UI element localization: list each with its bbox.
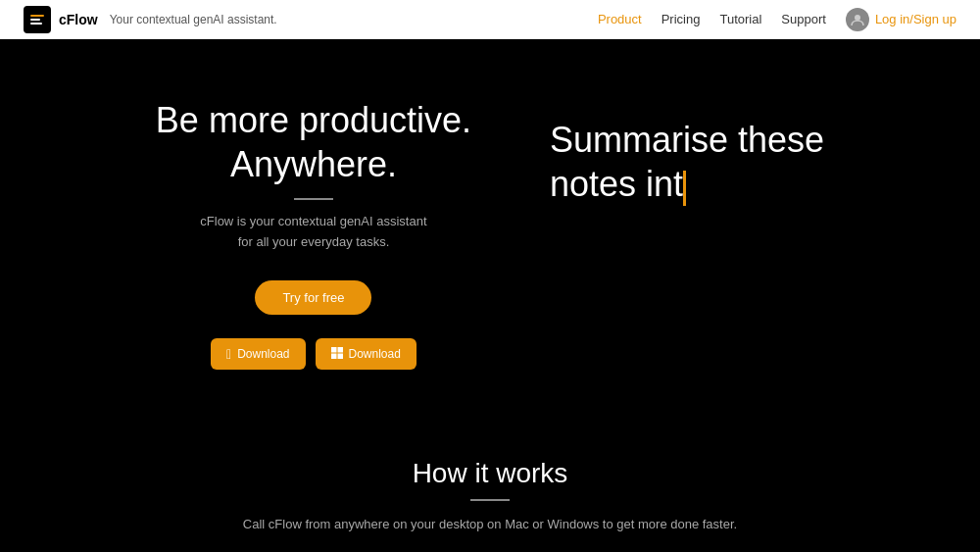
how-subtitle: Call cFlow from anywhere on your desktop… xyxy=(39,517,941,531)
nav-tutorial[interactable]: Tutorial xyxy=(719,12,761,26)
hero-title-line1: Be more productive. xyxy=(156,100,471,140)
navbar: cFlow Your contextual genAI assistant. P… xyxy=(0,0,980,39)
svg-rect-1 xyxy=(30,19,40,21)
hero-divider xyxy=(294,198,333,200)
hero-right-content: Summarise these notes int xyxy=(550,98,824,206)
download-mac-button[interactable]:  Download xyxy=(211,338,306,370)
hero-title: Be more productive. Anywhere. xyxy=(156,98,471,186)
hero-title-line2: Anywhere. xyxy=(230,144,397,184)
svg-rect-6 xyxy=(331,353,337,359)
how-divider xyxy=(470,499,510,501)
nav-product[interactable]: Product xyxy=(598,12,642,26)
svg-rect-7 xyxy=(337,353,343,359)
typing-cursor xyxy=(683,171,686,206)
nav-pricing[interactable]: Pricing xyxy=(662,12,701,26)
try-free-button[interactable]: Try for free xyxy=(255,280,371,315)
download-buttons:  Download Download xyxy=(156,338,471,370)
nav-links: Product Pricing Tutorial Support Log in/… xyxy=(598,8,956,31)
brand-tagline-label: Your contextual genAI assistant. xyxy=(110,13,277,26)
download-win-button[interactable]: Download xyxy=(316,338,416,370)
hero-left-content: Be more productive. Anywhere. cFlow is y… xyxy=(156,98,471,370)
how-title: How it works xyxy=(39,458,941,489)
svg-rect-4 xyxy=(331,347,337,353)
nav-support[interactable]: Support xyxy=(781,12,826,26)
typing-display: Summarise these notes int xyxy=(550,118,824,206)
login-signup-label[interactable]: Log in/Sign up xyxy=(875,12,956,26)
typing-line2: notes int xyxy=(550,164,683,204)
svg-point-3 xyxy=(855,15,860,21)
svg-rect-5 xyxy=(337,347,343,353)
typing-line1: Summarise these xyxy=(550,120,824,160)
auth-section[interactable]: Log in/Sign up xyxy=(846,8,956,31)
brand: cFlow Your contextual genAI assistant. xyxy=(24,6,277,33)
user-avatar xyxy=(846,8,869,31)
brand-icon xyxy=(24,6,51,33)
svg-rect-0 xyxy=(30,15,44,17)
hero-section: Be more productive. Anywhere. cFlow is y… xyxy=(0,39,980,419)
how-it-works-section: How it works Call cFlow from anywhere on… xyxy=(0,419,980,552)
windows-icon xyxy=(331,346,343,362)
apple-icon:  xyxy=(226,346,231,362)
hero-subtitle: cFlow is your contextual genAI assistant… xyxy=(156,212,471,253)
brand-name-label: cFlow xyxy=(59,12,98,27)
svg-rect-2 xyxy=(30,23,42,25)
